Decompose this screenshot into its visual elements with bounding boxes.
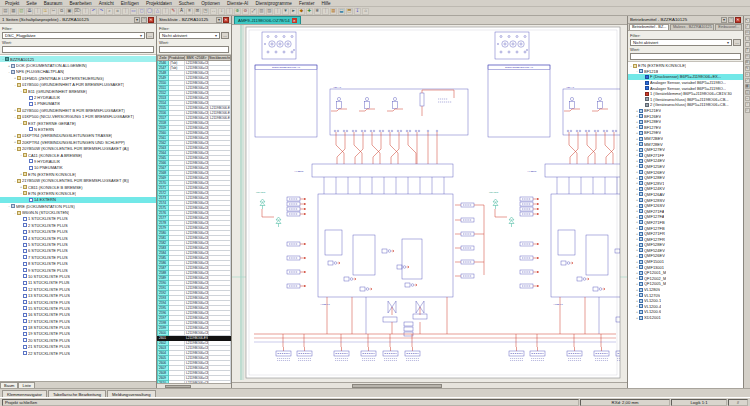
cell-bmk[interactable]: L2119BO06=CB1...: [185, 321, 209, 326]
cell-bmk[interactable]: L2119BO06=CB1...: [185, 171, 209, 176]
panel-pin-icon[interactable]: ⏍: [728, 17, 734, 23]
status-hash[interactable]: #: [728, 399, 748, 406]
toolbar-icon[interactable]: |: [162, 8, 169, 15]
cell-bmk[interactable]: L2119BO06=CB1...: [185, 166, 209, 171]
drawing-tool-icon[interactable]: ▦: [745, 84, 750, 89]
toolbar-icon[interactable]: ▣: [66, 8, 73, 15]
cell-bmk[interactable]: L2119BO06=CB1...: [185, 286, 209, 291]
cell-bmk[interactable]: L2119BO06=CB1...: [185, 251, 209, 256]
menu-item[interactable]: Bearbeiten: [66, 1, 94, 6]
toolbar-icon[interactable]: |: [322, 8, 329, 15]
drawing-tool-icon[interactable]: ⊞: [745, 60, 750, 65]
cell-bmk[interactable]: L2119BO06=CB1...: [185, 306, 209, 311]
toolbar-icon[interactable]: ⊕: [234, 8, 241, 15]
close-icon[interactable]: ✕: [292, 18, 297, 23]
toolbar-icon[interactable]: ⬓: [338, 8, 345, 15]
cell-bmk[interactable]: L2119BO06=CB1...: [185, 326, 209, 331]
drawing-tool-icon[interactable]: ╱: [745, 24, 750, 29]
panel-pin-icon[interactable]: ⏍: [141, 17, 147, 23]
canvas-horizontal-scrollbar[interactable]: [232, 382, 627, 388]
cell-bmk[interactable]: L2119BO06=CB1...: [185, 331, 209, 336]
cell-bmk[interactable]: L2119BO06=CB1...: [185, 146, 209, 151]
cell-bmk[interactable]: L2119BO06=CB1...: [185, 376, 209, 381]
menu-item[interactable]: Projektdaten: [143, 1, 175, 6]
toolbar-icon[interactable]: ⤢: [250, 8, 257, 15]
drawing-tool-icon[interactable]: ⌒: [745, 42, 750, 47]
menu-item[interactable]: Fenster: [296, 1, 318, 6]
scrollbar-thumb[interactable]: [165, 385, 191, 388]
tree-item[interactable]: 1 (Geräteklemme) B6P5=J1198O06+CB1V.30: [628, 91, 743, 97]
toolbar-icon[interactable]: ▼: [282, 8, 289, 15]
menu-item[interactable]: Bauraum: [41, 1, 66, 6]
cell-bmk[interactable]: L2119BO06=CB1...: [185, 271, 209, 276]
toolbar-icon[interactable]: ✚: [306, 8, 313, 15]
chevron-down-icon[interactable]: ▾: [215, 33, 217, 38]
cell-bmk[interactable]: L2119BO06=CB1...: [185, 116, 209, 121]
column-header[interactable]: Steckbezeichn...: [209, 56, 231, 61]
toolbar-icon[interactable]: ⌕: [106, 8, 113, 15]
toolbar-icon[interactable]: ≡: [186, 8, 193, 15]
toolbar-icon[interactable]: ⚿: [42, 8, 49, 15]
toolbar-icon[interactable]: ◻: [138, 8, 145, 15]
column-header[interactable]: BMK <2568>: [185, 56, 209, 61]
cell-bmk[interactable]: L2119BO06=CB1...: [185, 91, 209, 96]
cell-bmk[interactable]: L2119BO06=CB1...: [185, 126, 209, 131]
cell-bmk[interactable]: L2119BO06=CB1...: [185, 291, 209, 296]
document-tab[interactable]: AMF9-J1198O06-OZ78/14 ✕: [234, 16, 301, 24]
toolbar-icon[interactable]: ↔: [210, 8, 217, 15]
cell-bmk[interactable]: L2119BO06=CB1...: [185, 311, 209, 316]
cell-bmk[interactable]: L2119BO06=CB1...: [185, 356, 209, 361]
toolbar-icon[interactable]: ▩: [330, 8, 337, 15]
cell-bmk[interactable]: L2119BO06=CB1...: [185, 121, 209, 126]
filter-browse-button[interactable]: …: [221, 32, 229, 39]
cell-steckbezeichnung[interactable]: L2119BO06-EV5: [209, 106, 231, 111]
toolbar-icon[interactable]: ✂: [50, 8, 57, 15]
tree-item[interactable]: - 01KP500 (NICU-VERSORGUNG 1 FÜR BREMSFL…: [0, 114, 156, 120]
cell-bmk[interactable]: L2119BO06=CB1...: [185, 316, 209, 321]
drawing-tool-icon[interactable]: ⌕: [745, 108, 750, 113]
cell-bmk[interactable]: L2119BO06=CB1...: [185, 136, 209, 141]
toolbar-icon[interactable]: ►: [290, 8, 297, 15]
toolbar-icon[interactable]: ▧: [18, 8, 25, 15]
cell-bmk[interactable]: L2119BO06=CB1...: [185, 226, 209, 231]
chevron-down-icon[interactable]: ▾: [140, 33, 142, 38]
cell-bmk[interactable]: L2119BO06=CB1...: [185, 71, 209, 76]
toolbar-icon[interactable]: |: [82, 8, 89, 15]
drawing-tool-icon[interactable]: ↖: [745, 18, 750, 23]
cell-bmk[interactable]: L2119BO06=CB1...: [185, 206, 209, 211]
toolbar-icon[interactable]: ◯: [146, 8, 153, 15]
toolbar-icon[interactable]: ▥: [258, 8, 265, 15]
cell-bmk[interactable]: L2119BO06=CB1...: [185, 236, 209, 241]
column-header[interactable]: Produktionsnu...: [169, 56, 185, 61]
cell-bmk[interactable]: L2119BO06=CB1...: [185, 266, 209, 271]
toolbar-icon[interactable]: |: [226, 8, 233, 15]
panel-close-icon[interactable]: ✕: [148, 17, 154, 23]
toolbar-icon[interactable]: ↶: [90, 8, 97, 15]
toolbar-icon[interactable]: ↷: [98, 8, 105, 15]
cell-bmk[interactable]: L2119BO06=CB1...: [185, 196, 209, 201]
toolbar-icon[interactable]: ⧉: [58, 8, 65, 15]
toolbar-icon[interactable]: ◳: [202, 8, 209, 15]
cell-bmk[interactable]: L2119BO06=CB1...: [185, 231, 209, 236]
panel-dropdown-icon[interactable]: ▾: [134, 17, 140, 23]
menu-item[interactable]: Seite: [23, 1, 39, 6]
cell-bmk[interactable]: L2119BO06=CB1...: [185, 141, 209, 146]
toolbar-icon[interactable]: |: [274, 8, 281, 15]
filter-combobox[interactable]: Nicht aktiviert ▾: [630, 39, 732, 46]
cell-bmk[interactable]: L2119BO06=CB1...: [185, 301, 209, 306]
dock-tab[interactable]: Tabellarische Bearbeitung: [48, 390, 106, 397]
menu-item[interactable]: Projekt: [2, 1, 22, 6]
toolbar-icon[interactable]: A: [178, 8, 185, 15]
panel-close-icon[interactable]: ✕: [223, 17, 229, 23]
toolbar-icon[interactable]: ↕: [218, 8, 225, 15]
drawing-tool-icon[interactable]: ▭: [745, 30, 750, 35]
toolbar-icon[interactable]: ⊞: [194, 8, 201, 15]
menu-item[interactable]: Hilfe: [318, 1, 333, 6]
cell-bmk[interactable]: L2119BO06=CB1...: [185, 261, 209, 266]
cell-bmk[interactable]: L2119BO06=CB1...: [185, 86, 209, 91]
chevron-down-icon[interactable]: ▾: [727, 40, 729, 45]
tree-item[interactable]: + XD12001: [628, 315, 743, 321]
drawing-tool-icon[interactable]: ⎘: [745, 54, 750, 59]
toolbar-icon[interactable]: ↧: [354, 8, 361, 15]
drawing-tool-icon[interactable]: ↔: [745, 96, 750, 101]
